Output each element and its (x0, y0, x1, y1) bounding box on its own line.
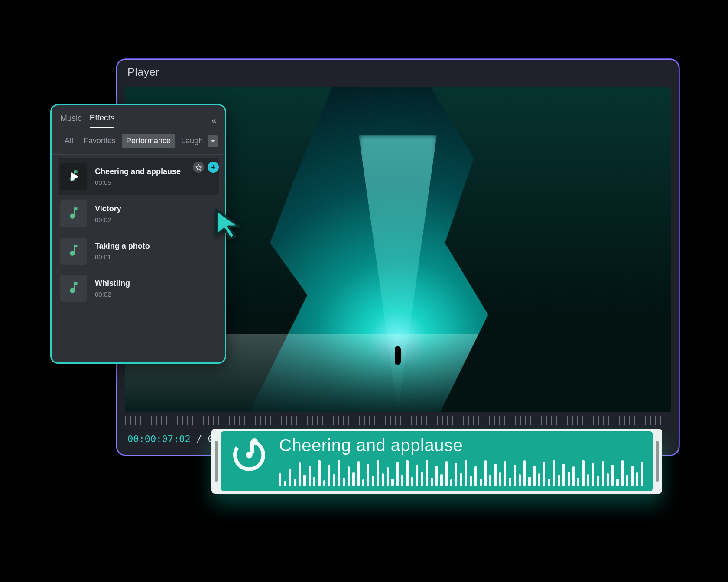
music-note-icon (66, 243, 81, 259)
item-duration: 00:02 (95, 216, 121, 223)
play-icon (71, 172, 78, 181)
item-name: Whistling (95, 279, 130, 288)
add-button[interactable] (208, 162, 219, 173)
item-name: Taking a photo (95, 242, 150, 251)
player-title: Player (127, 66, 159, 78)
plus-icon (210, 164, 216, 170)
list-item[interactable]: Cheering and applause 00:05 (58, 158, 219, 195)
clip-title: Cheering and applause (279, 436, 643, 455)
item-name: Victory (95, 204, 121, 213)
item-duration: 00:01 (95, 253, 150, 261)
timecode-current: 00:00:07:02 (127, 433, 191, 444)
effects-panel: Music Effects « All Favorites Performanc… (50, 104, 226, 364)
filter-favorites[interactable]: Favorites (79, 134, 120, 148)
clip-body: Cheering and applause (221, 431, 653, 491)
item-duration: 00:05 (95, 179, 181, 186)
filter-laugh[interactable]: Laugh (177, 134, 206, 148)
filter-all[interactable]: All (60, 134, 78, 148)
panel-tabs: Music Effects « (52, 105, 225, 128)
svg-point-2 (251, 438, 257, 445)
filter-performance[interactable]: Performance (122, 134, 175, 148)
tab-music[interactable]: Music (60, 113, 82, 127)
clip-waveform (279, 459, 643, 486)
favorite-button[interactable] (193, 162, 204, 173)
cursor-pointer-icon (214, 208, 242, 242)
tab-effects[interactable]: Effects (90, 113, 115, 128)
timecode-separator: / (196, 433, 208, 444)
star-icon (195, 164, 202, 171)
item-thumb[interactable] (60, 238, 87, 265)
disc-note-icon (231, 436, 268, 475)
collapse-panel-button[interactable]: « (212, 116, 216, 125)
list-item[interactable]: Taking a photo 00:01 (58, 233, 219, 270)
chevron-down-icon (210, 139, 215, 144)
item-thumb[interactable] (60, 275, 87, 302)
audio-clip[interactable]: Cheering and applause (211, 429, 662, 494)
music-note-icon (66, 280, 81, 297)
timeline-ruler[interactable] (125, 416, 671, 425)
effects-list: Cheering and applause 00:05 Vi (52, 155, 225, 307)
item-thumb[interactable] (60, 200, 87, 227)
list-item[interactable]: Victory 00:02 (58, 195, 219, 233)
filter-bar: All Favorites Performance Laugh (52, 128, 225, 155)
preview-figure (395, 346, 401, 365)
list-item[interactable]: Whistling 00:02 (58, 270, 219, 307)
music-note-icon (66, 206, 81, 222)
clip-handle-left[interactable] (215, 441, 218, 482)
item-thumb[interactable] (60, 163, 87, 190)
item-name: Cheering and applause (95, 167, 181, 176)
filter-more-button[interactable] (208, 135, 218, 147)
item-duration: 00:02 (95, 291, 130, 298)
clip-handle-right[interactable] (656, 441, 659, 482)
